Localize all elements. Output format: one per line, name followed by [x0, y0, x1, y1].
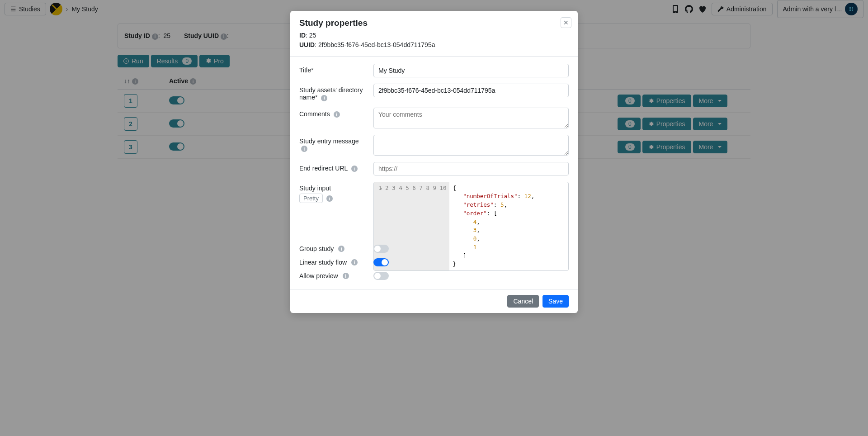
entry-input[interactable] — [373, 135, 569, 156]
modal-id-label: ID — [299, 32, 306, 39]
modal-uuid-label: UUID — [299, 41, 315, 48]
entry-label: Study entry message i — [299, 135, 366, 152]
info-icon[interactable]: i — [334, 111, 340, 118]
info-icon[interactable]: i — [301, 146, 307, 152]
comments-input[interactable] — [373, 108, 569, 128]
redirect-label: End redirect URL i — [299, 162, 366, 165]
modal-body: Title Study assets' directory name i Com… — [290, 57, 578, 164]
dir-input[interactable] — [373, 84, 569, 97]
modal-title: Study properties — [299, 18, 569, 28]
modal-id-value: 25 — [309, 32, 316, 39]
title-input[interactable] — [373, 64, 569, 77]
modal-uuid-value: 2f9bbc35-f676-45ed-bc13-054dd711795a — [318, 41, 435, 48]
modal-overlay[interactable]: Study properties ID: 25 UUID: 2f9bbc35-f… — [0, 0, 868, 164]
info-icon[interactable]: i — [321, 95, 327, 101]
title-label: Title — [299, 64, 366, 74]
dir-label: Study assets' directory name i — [299, 84, 366, 101]
close-icon: ✕ — [563, 19, 569, 26]
study-properties-modal: Study properties ID: 25 UUID: 2f9bbc35-f… — [290, 11, 578, 164]
redirect-input[interactable] — [373, 162, 569, 165]
close-button[interactable]: ✕ — [561, 17, 571, 28]
comments-label: Comments i — [299, 108, 366, 118]
modal-header: Study properties ID: 25 UUID: 2f9bbc35-f… — [290, 11, 578, 57]
